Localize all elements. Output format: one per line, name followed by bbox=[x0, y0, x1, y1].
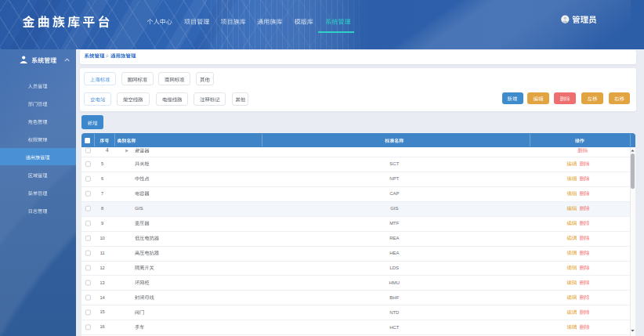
svg-text:HCT: HCT bbox=[389, 325, 400, 330]
svg-text:HEA: HEA bbox=[389, 251, 399, 255]
svg-text:NPT: NPT bbox=[389, 176, 399, 181]
svg-text:4: 4 bbox=[106, 147, 109, 153]
svg-text:14: 14 bbox=[99, 295, 104, 300]
svg-text:LDS: LDS bbox=[389, 266, 399, 270]
svg-text:9: 9 bbox=[101, 221, 103, 226]
svg-text:SCT: SCT bbox=[389, 161, 399, 166]
svg-text:>: > bbox=[106, 53, 109, 59]
svg-text:BHF: BHF bbox=[389, 295, 399, 300]
svg-text:5: 5 bbox=[101, 161, 103, 166]
svg-text:GIS: GIS bbox=[135, 205, 143, 211]
svg-text:11: 11 bbox=[100, 251, 105, 255]
svg-text:7: 7 bbox=[101, 191, 103, 196]
svg-text:HMU: HMU bbox=[389, 280, 400, 285]
svg-text:CAP: CAP bbox=[389, 191, 399, 196]
svg-text:REA: REA bbox=[389, 236, 399, 240]
svg-text:NTD: NTD bbox=[389, 310, 400, 315]
svg-text:8: 8 bbox=[101, 206, 103, 211]
svg-text:6: 6 bbox=[101, 176, 103, 181]
svg-text:10: 10 bbox=[99, 236, 104, 240]
svg-text:12: 12 bbox=[99, 266, 104, 270]
svg-text:13: 13 bbox=[99, 280, 104, 285]
svg-text:GIS: GIS bbox=[390, 206, 398, 211]
svg-text:MTF: MTF bbox=[389, 221, 400, 226]
svg-text:16: 16 bbox=[99, 324, 104, 329]
svg-text:15: 15 bbox=[99, 309, 104, 314]
